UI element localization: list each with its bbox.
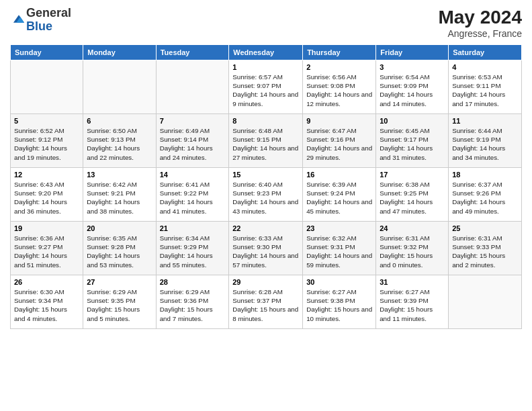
daylight-text: Daylight: 14 hours and 47 minutes. (380, 197, 445, 215)
col-wednesday: Wednesday (229, 45, 303, 60)
sunset-text: Sunset: 9:14 PM (160, 135, 226, 144)
table-row (156, 60, 229, 114)
daylight-text: Daylight: 15 hours and 11 minutes. (380, 305, 445, 322)
sunrise-text: Sunrise: 6:31 AM (380, 234, 445, 242)
day-number: 28 (160, 278, 226, 286)
daylight-text: Daylight: 14 hours and 43 minutes. (232, 197, 299, 215)
daylight-text: Daylight: 15 hours and 7 minutes. (160, 305, 226, 322)
sunrise-text: Sunrise: 6:50 AM (87, 126, 152, 135)
sunset-text: Sunset: 9:29 PM (160, 242, 226, 251)
sunset-text: Sunset: 9:35 PM (87, 296, 152, 305)
day-number: 8 (232, 117, 299, 125)
logo-general: General (26, 6, 71, 19)
col-tuesday: Tuesday (156, 45, 229, 60)
daylight-text: Daylight: 14 hours and 24 minutes. (160, 144, 226, 161)
day-number: 11 (452, 117, 518, 125)
daylight-text: Daylight: 14 hours and 41 minutes. (160, 197, 226, 215)
sunrise-text: Sunrise: 6:32 AM (306, 234, 372, 242)
sunset-text: Sunset: 9:24 PM (306, 189, 372, 197)
table-row: 14Sunrise: 6:41 AMSunset: 9:22 PMDayligh… (156, 168, 229, 222)
sunset-text: Sunset: 9:17 PM (380, 135, 445, 144)
col-friday: Friday (376, 45, 449, 60)
sunrise-text: Sunrise: 6:37 AM (452, 180, 518, 189)
day-info: Sunrise: 6:52 AMSunset: 9:12 PMDaylight:… (14, 126, 79, 162)
day-number: 22 (232, 224, 299, 232)
day-number: 18 (452, 171, 518, 179)
day-info: Sunrise: 6:53 AMSunset: 9:11 PMDaylight:… (452, 73, 518, 108)
sunset-text: Sunset: 9:25 PM (380, 189, 445, 197)
table-row: 16Sunrise: 6:39 AMSunset: 9:24 PMDayligh… (303, 168, 376, 222)
week-row-2: 12Sunrise: 6:43 AMSunset: 9:20 PMDayligh… (11, 168, 522, 222)
day-number: 16 (306, 171, 372, 179)
sunset-text: Sunset: 9:20 PM (14, 189, 79, 197)
day-info: Sunrise: 6:28 AMSunset: 9:37 PMDaylight:… (232, 287, 299, 323)
sunrise-text: Sunrise: 6:31 AM (452, 234, 518, 242)
day-number: 20 (87, 224, 152, 232)
table-row: 1Sunrise: 6:57 AMSunset: 9:07 PMDaylight… (229, 60, 303, 114)
day-number: 9 (306, 117, 372, 125)
col-sunday: Sunday (11, 45, 83, 60)
day-info: Sunrise: 6:29 AMSunset: 9:35 PMDaylight:… (87, 287, 152, 323)
sunrise-text: Sunrise: 6:30 AM (14, 287, 79, 296)
calendar-table: Sunday Monday Tuesday Wednesday Thursday… (10, 44, 522, 329)
sunrise-text: Sunrise: 6:43 AM (14, 180, 79, 189)
day-number: 15 (232, 171, 299, 179)
day-info: Sunrise: 6:39 AMSunset: 9:24 PMDaylight:… (306, 180, 372, 216)
week-row-4: 26Sunrise: 6:30 AMSunset: 9:34 PMDayligh… (11, 275, 522, 329)
sunrise-text: Sunrise: 6:36 AM (14, 234, 79, 242)
sunrise-text: Sunrise: 6:29 AM (87, 287, 152, 296)
day-number: 1 (232, 63, 299, 71)
table-row: 7Sunrise: 6:49 AMSunset: 9:14 PMDaylight… (156, 114, 229, 168)
sunrise-text: Sunrise: 6:28 AM (232, 287, 299, 296)
table-row: 6Sunrise: 6:50 AMSunset: 9:13 PMDaylight… (83, 114, 156, 168)
day-info: Sunrise: 6:27 AMSunset: 9:38 PMDaylight:… (306, 287, 372, 323)
daylight-text: Daylight: 14 hours and 45 minutes. (306, 197, 372, 215)
sunrise-text: Sunrise: 6:42 AM (87, 180, 152, 189)
day-number: 21 (160, 224, 226, 232)
daylight-text: Daylight: 14 hours and 29 minutes. (306, 144, 372, 161)
sunset-text: Sunset: 9:07 PM (232, 81, 299, 90)
sunrise-text: Sunrise: 6:52 AM (14, 126, 79, 135)
day-info: Sunrise: 6:49 AMSunset: 9:14 PMDaylight:… (160, 126, 226, 162)
title-location: Angresse, France (438, 28, 522, 39)
sunrise-text: Sunrise: 6:34 AM (160, 234, 226, 242)
daylight-text: Daylight: 14 hours and 38 minutes. (87, 197, 152, 215)
table-row (83, 60, 156, 114)
daylight-text: Daylight: 14 hours and 51 minutes. (14, 251, 79, 269)
sunset-text: Sunset: 9:21 PM (87, 189, 152, 197)
day-info: Sunrise: 6:35 AMSunset: 9:28 PMDaylight:… (87, 234, 152, 269)
day-number: 13 (87, 171, 152, 179)
sunset-text: Sunset: 9:19 PM (452, 135, 518, 144)
week-row-0: 1Sunrise: 6:57 AMSunset: 9:07 PMDaylight… (11, 60, 522, 114)
title-month: May 2024 (438, 7, 522, 28)
sunrise-text: Sunrise: 6:57 AM (232, 73, 299, 81)
sunrise-text: Sunrise: 6:49 AM (160, 126, 226, 135)
day-number: 30 (306, 278, 372, 286)
table-row: 10Sunrise: 6:45 AMSunset: 9:17 PMDayligh… (376, 114, 449, 168)
sunset-text: Sunset: 9:36 PM (160, 296, 226, 305)
col-monday: Monday (83, 45, 156, 60)
table-row (449, 275, 522, 329)
logo-text: General Blue (26, 7, 71, 34)
table-row: 29Sunrise: 6:28 AMSunset: 9:37 PMDayligh… (229, 275, 303, 329)
sunset-text: Sunset: 9:26 PM (452, 189, 518, 197)
day-info: Sunrise: 6:32 AMSunset: 9:31 PMDaylight:… (306, 234, 372, 269)
week-row-1: 5Sunrise: 6:52 AMSunset: 9:12 PMDaylight… (11, 114, 522, 168)
day-info: Sunrise: 6:47 AMSunset: 9:16 PMDaylight:… (306, 126, 372, 162)
day-info: Sunrise: 6:40 AMSunset: 9:23 PMDaylight:… (232, 180, 299, 216)
day-number: 24 (380, 224, 445, 232)
day-info: Sunrise: 6:50 AMSunset: 9:13 PMDaylight:… (87, 126, 152, 162)
daylight-text: Daylight: 15 hours and 10 minutes. (306, 305, 372, 322)
daylight-text: Daylight: 15 hours and 0 minutes. (380, 251, 445, 269)
daylight-text: Daylight: 14 hours and 49 minutes. (452, 197, 518, 215)
table-row: 13Sunrise: 6:42 AMSunset: 9:21 PMDayligh… (83, 168, 156, 222)
day-number: 23 (306, 224, 372, 232)
sunset-text: Sunset: 9:37 PM (232, 296, 299, 305)
table-row: 5Sunrise: 6:52 AMSunset: 9:12 PMDaylight… (11, 114, 83, 168)
header: General Blue May 2024 Angresse, France (10, 7, 522, 39)
sunset-text: Sunset: 9:34 PM (14, 296, 79, 305)
sunrise-text: Sunrise: 6:56 AM (306, 73, 372, 81)
day-number: 25 (452, 224, 518, 232)
day-info: Sunrise: 6:36 AMSunset: 9:27 PMDaylight:… (14, 234, 79, 269)
sunset-text: Sunset: 9:12 PM (14, 135, 79, 144)
